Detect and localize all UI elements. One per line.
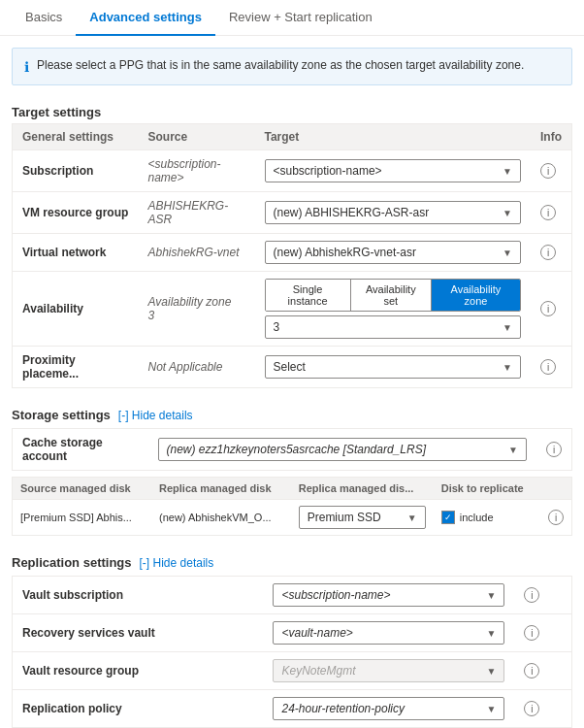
table-row: Availability Availability zone3 Single i…	[13, 272, 572, 347]
replication-hide-link[interactable]: [-] Hide details	[140, 556, 214, 570]
row-target-vm-rg: (new) ABHISHEKRG-ASR-asr ▼	[255, 192, 532, 234]
avail-availability-set[interactable]: Availability set	[351, 280, 432, 311]
info-icon-vnet[interactable]: i	[540, 245, 556, 260]
table-row: Replication policy 24-hour-retention-pol…	[13, 690, 572, 728]
row-label-subscription: Subscription	[13, 150, 139, 192]
info-banner: ℹ Please select a PPG that is in the sam…	[12, 48, 572, 85]
disk-col-replica-type: Replica managed dis...	[291, 478, 434, 500]
row-source-vm-rg: ABHISHEKRG-ASR	[139, 192, 255, 234]
vault-sub-dropdown[interactable]: <subscription-name> ▼	[273, 583, 504, 607]
disk-table: Source managed disk Replica managed disk…	[12, 477, 572, 536]
table-row: Vault resource group KeyNoteMgmt ▼ i	[13, 652, 572, 690]
chevron-down-icon: ▼	[487, 704, 497, 714]
replication-table: Vault subscription <subscription-name> ▼…	[12, 576, 572, 728]
chevron-down-icon: ▼	[503, 166, 512, 177]
vault-sub-dropdown-cell: <subscription-name> ▼	[263, 577, 514, 614]
row-label-proximity: Proximity placeme...	[13, 347, 139, 388]
storage-settings-section: Cache storage account (new) ezz1hzkeynot…	[12, 428, 572, 536]
info-icon-disk[interactable]: i	[548, 510, 564, 525]
info-icon-vault-rg[interactable]: i	[524, 663, 539, 678]
table-row: VM resource group ABHISHEKRG-ASR (new) A…	[13, 192, 572, 234]
disk-col-replicate: Disk to replicate	[434, 478, 540, 500]
table-row: Vault subscription <subscription-name> ▼…	[13, 577, 572, 614]
row-target-proximity: Select ▼	[255, 347, 532, 388]
availability-zone-dropdown[interactable]: 3 ▼	[265, 315, 522, 339]
storage-hide-link[interactable]: [-] Hide details	[118, 409, 193, 422]
replication-policy-dropdown[interactable]: 24-hour-retention-policy ▼	[273, 697, 504, 720]
replication-policy-dropdown-cell: 24-hour-retention-policy ▼	[263, 690, 514, 728]
proximity-dropdown[interactable]: Select ▼	[265, 355, 522, 379]
cache-account-label: Cache storage account	[13, 429, 148, 471]
row-source-vnet: AbhishekRG-vnet	[139, 234, 255, 272]
row-source-subscription: <subscription-name>	[139, 150, 255, 192]
chevron-down-icon: ▼	[503, 208, 512, 218]
info-icon-availability[interactable]: i	[540, 301, 556, 316]
cache-account-dropdown[interactable]: (new) ezz1hzkeynoters5asrcache [Standard…	[158, 438, 528, 461]
table-row: [Premium SSD] Abhis... (new) AbhishekVM_…	[13, 500, 572, 536]
tab-review-start[interactable]: Review + Start replication	[215, 0, 386, 36]
avail-single-instance[interactable]: Single instance	[266, 280, 351, 311]
row-target-subscription: <subscription-name> ▼	[255, 150, 532, 192]
include-checkbox[interactable]	[441, 511, 455, 524]
row-label-vnet: Virtual network	[13, 234, 139, 272]
include-label: include	[460, 512, 494, 523]
page-container: Basics Advanced settings Review + Start …	[0, 0, 584, 728]
vault-sub-label: Vault subscription	[13, 577, 264, 614]
chevron-down-icon: ▼	[503, 322, 512, 333]
replication-settings-section: Vault subscription <subscription-name> ▼…	[12, 576, 572, 728]
chevron-down-icon: ▼	[487, 666, 497, 677]
info-icon-vault-sub[interactable]: i	[524, 587, 539, 603]
target-settings-table: General settings Source Target Info Subs…	[12, 123, 572, 388]
row-target-availability: Single instance Availability set Availab…	[255, 272, 532, 347]
tab-advanced-settings[interactable]: Advanced settings	[76, 0, 215, 36]
disk-replica-type: Premium SSD ▼	[291, 500, 434, 536]
chevron-down-icon: ▼	[503, 362, 512, 373]
info-icon-subscription[interactable]: i	[540, 163, 556, 179]
cache-account-target: (new) ezz1hzkeynoters5asrcache [Standard…	[148, 429, 537, 471]
row-source-availability: Availability zone3	[139, 272, 255, 347]
tab-basics[interactable]: Basics	[12, 0, 76, 36]
vnet-dropdown[interactable]: (new) AbhishekRG-vnet-asr ▼	[265, 241, 522, 264]
target-settings-header: Target settings	[0, 97, 584, 123]
table-row: Subscription <subscription-name> <subscr…	[13, 150, 572, 192]
info-icon-vm-rg[interactable]: i	[540, 205, 556, 220]
replication-settings-title: Replication settings	[12, 555, 132, 570]
table-row: Proximity placeme... Not Applicable Sele…	[13, 347, 572, 388]
info-icon: ℹ	[24, 59, 29, 75]
vault-rg-dropdown-cell: KeyNoteMgmt ▼	[263, 652, 514, 690]
info-icon-proximity[interactable]: i	[540, 359, 556, 375]
disk-col-replica: Replica managed disk	[151, 478, 291, 500]
vault-rg-label: Vault resource group	[13, 652, 264, 690]
include-checkbox-wrap: include	[441, 511, 533, 524]
col-target: Target	[255, 124, 532, 150]
replication-settings-header-row: Replication settings [-] Hide details	[0, 549, 584, 576]
disk-replica-value: (new) AbhishekVM_O...	[151, 500, 291, 536]
subscription-dropdown[interactable]: <subscription-name> ▼	[265, 159, 522, 182]
vm-rg-dropdown[interactable]: (new) ABHISHEKRG-ASR-asr ▼	[265, 201, 522, 224]
row-label-vm-rg: VM resource group	[13, 192, 139, 234]
info-icon-recovery-vault[interactable]: i	[524, 625, 539, 641]
storage-settings-title: Storage settings	[12, 408, 111, 422]
target-settings-section: General settings Source Target Info Subs…	[12, 123, 572, 388]
chevron-down-icon: ▼	[508, 445, 518, 455]
recovery-vault-label: Recovery services vault	[13, 614, 264, 652]
storage-settings-header-row: Storage settings [-] Hide details	[0, 402, 584, 428]
replication-policy-label: Replication policy	[13, 690, 264, 728]
disk-col-source: Source managed disk	[13, 478, 152, 500]
info-icon-cache[interactable]: i	[546, 442, 562, 457]
chevron-down-icon: ▼	[407, 513, 417, 523]
replica-type-dropdown[interactable]: Premium SSD ▼	[299, 506, 426, 529]
cache-account-table: Cache storage account (new) ezz1hzkeynot…	[12, 428, 572, 471]
info-icon-replication-policy[interactable]: i	[524, 701, 539, 716]
table-row: Recovery services vault <vault-name> ▼ i	[13, 614, 572, 652]
info-banner-text: Please select a PPG that is in the same …	[37, 58, 524, 72]
vault-rg-dropdown[interactable]: KeyNoteMgmt ▼	[273, 659, 504, 682]
disk-include-cell: include	[434, 500, 540, 536]
chevron-down-icon: ▼	[487, 628, 497, 639]
avail-availability-zone[interactable]: Availability zone	[432, 280, 520, 311]
col-info: Info	[531, 124, 572, 150]
row-label-availability: Availability	[13, 272, 139, 347]
recovery-vault-dropdown[interactable]: <vault-name> ▼	[273, 621, 504, 645]
recovery-vault-dropdown-cell: <vault-name> ▼	[263, 614, 514, 652]
row-target-vnet: (new) AbhishekRG-vnet-asr ▼	[255, 234, 532, 272]
